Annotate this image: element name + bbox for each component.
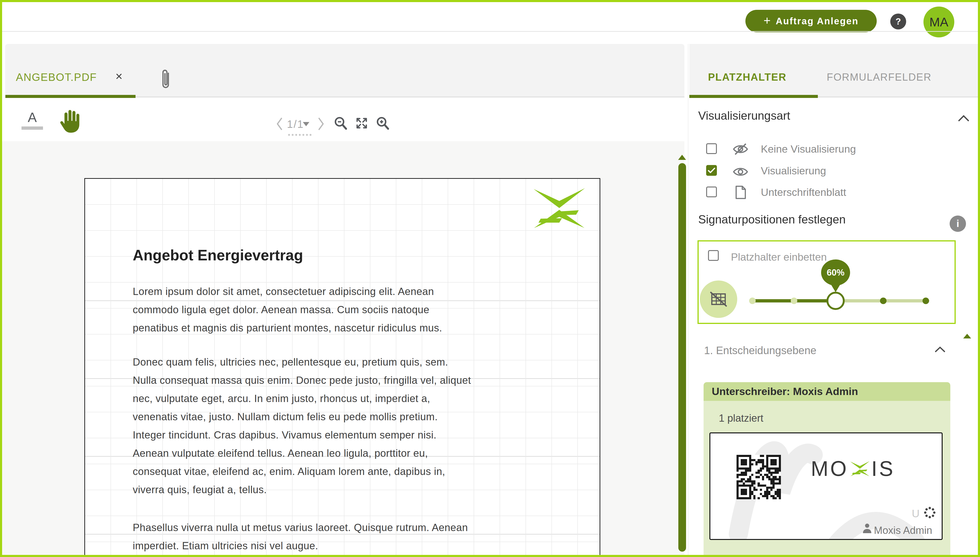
wordmark-mo: MO [811,457,848,481]
moxis-x-icon [850,461,870,477]
topbar-divider [2,31,978,32]
slider-balloon-tail [830,283,841,292]
text-tool-icon[interactable]: A [21,109,43,130]
option-label: Visualisierung [761,165,826,177]
pdf-paragraph: Donec quam felis, ultricies nec, pellent… [133,353,577,499]
page-prev-icon[interactable] [276,117,283,130]
moxis-x-logo [532,188,587,229]
slider-value: 60% [827,268,845,278]
page-next-icon[interactable] [318,117,324,130]
checkbox-platzhalter-einbetten[interactable] [708,250,719,261]
document-tabstrip [5,44,684,98]
signer-card-title: Unterschreiber: Moxis Admin [712,386,858,397]
signaturpositionen-title: Signaturpositionen festlegen [698,213,846,226]
document-viewport: Angebot Energievertrag Lorem ipsum dolor… [2,141,684,555]
grid-slash-icon [709,289,728,309]
scroll-up-arrow[interactable] [678,155,686,160]
text-tool-glyph: A [21,109,43,125]
question-mark-icon: ? [895,16,901,27]
slider-value-balloon: 60% [821,259,850,286]
placed-count: 1 platziert [719,412,764,424]
plus-icon: + [764,15,770,27]
paperclip-icon[interactable] [159,67,172,91]
text-tool-underline [21,127,43,130]
pdf-page: Angebot Energievertrag Lorem ipsum dolor… [85,178,600,557]
checkbox-unterschriftenblatt[interactable] [706,187,717,197]
active-tab-underline [5,95,135,98]
sidebar-divider [688,44,688,555]
app-window: + Auftrag Anlegen ? MA ANGEBOT.PDF × A 1… [0,0,980,557]
tabstrip-border [135,96,684,97]
tab-angebot-pdf[interactable]: ANGEBOT.PDF [16,71,97,83]
page-dropdown-caret-icon[interactable] [303,122,309,126]
chevron-up-icon[interactable] [934,346,946,352]
slider-step-dot[interactable] [791,298,797,304]
pdf-document-title: Angebot Energievertrag [133,247,303,264]
tab-platzhalter[interactable]: PLATZHALTER [708,71,787,83]
moxis-wordmark: MO IS [811,457,895,481]
slider-step-dot[interactable] [923,298,929,304]
option-label: Keine Visualisierung [761,143,856,155]
signature-placeholder-preview[interactable]: MO IS U Moxis Admin [709,432,943,540]
avatar-initials: MA [930,15,948,29]
tab-formularfelder[interactable]: FORMULARFELDER [827,71,931,83]
zoom-in-icon[interactable] [376,116,390,131]
person-icon [862,523,873,534]
eye-icon [733,166,748,178]
entscheidungsebene-title: 1. Entscheidungsebene [704,344,816,357]
sidebar-tabstrip [689,44,978,98]
sidebar-scroll-up-arrow[interactable] [963,334,971,339]
wordmark-is: IS [871,457,895,481]
signer-name: Moxis Admin [874,524,932,536]
create-order-label: Auftrag Anlegen [776,16,859,26]
visualisierungsart-title: Visualisierungsart [698,109,790,122]
drag-dots-icon[interactable] [923,505,937,520]
option-label: Unterschriftenblatt [761,186,846,199]
chevron-up-icon[interactable] [958,115,969,122]
close-icon[interactable]: × [115,69,122,83]
embed-label: Platzhalter einbetten [731,251,827,263]
info-glyph: i [956,218,959,229]
signer-card-header[interactable]: Unterschreiber: Moxis Admin [704,382,950,401]
qr-code [736,455,781,499]
sidebar-tabstrip-border [818,96,978,97]
viewer-scrollbar[interactable] [678,163,686,552]
size-slider-handle[interactable] [827,292,845,310]
checkbox-visualisierung[interactable] [706,165,717,176]
checkbox-keine-visualisierung[interactable] [706,143,717,154]
status-letter: U [912,507,920,520]
eye-off-icon [733,143,748,155]
help-button[interactable]: ? [890,13,906,29]
fullscreen-icon[interactable] [355,116,368,130]
active-sidebar-tab-underline [689,95,818,98]
document-icon [735,185,746,200]
zoom-out-icon[interactable] [334,116,348,131]
avatar[interactable]: MA [923,7,954,37]
hand-tool-icon[interactable] [58,107,82,133]
slider-step-dot[interactable] [749,298,756,304]
grid-toggle-button[interactable] [700,280,737,318]
slider-step-dot[interactable] [880,298,887,304]
info-icon[interactable]: i [950,215,966,232]
create-order-button[interactable]: + Auftrag Anlegen [745,10,877,32]
pdf-paragraph: Phasellus viverra nulla ut metus varius … [133,518,577,555]
pdf-paragraph: Lorem ipsum dolor sit amet, consectetuer… [133,282,577,337]
page-indicator-underline [288,134,312,136]
page-indicator[interactable]: 1/1 [287,118,304,130]
